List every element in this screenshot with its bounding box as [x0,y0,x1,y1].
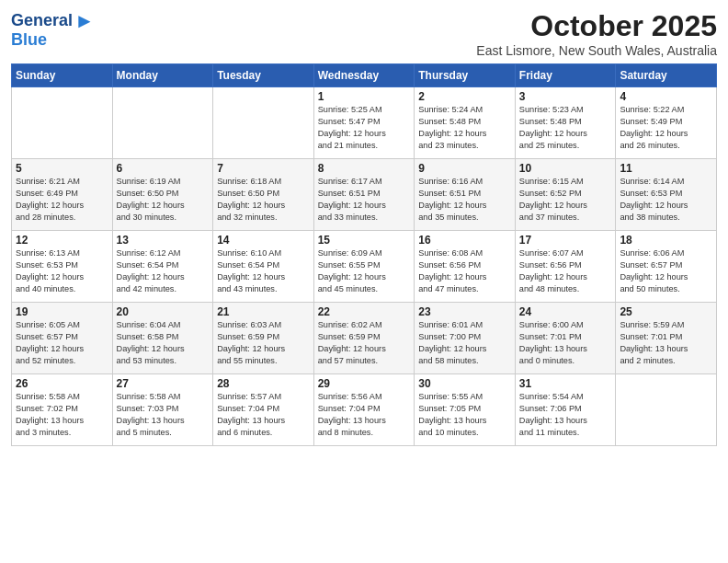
day-info: Sunrise: 6:21 AMSunset: 6:49 PMDaylight:… [16,176,108,224]
month-title: October 2025 [476,9,717,43]
calendar-week-5: 26Sunrise: 5:58 AMSunset: 7:02 PMDayligh… [12,374,717,446]
calendar-table: Sunday Monday Tuesday Wednesday Thursday… [11,63,717,446]
table-row: 20Sunrise: 6:04 AMSunset: 6:58 PMDayligh… [112,303,213,374]
table-row: 19Sunrise: 6:05 AMSunset: 6:57 PMDayligh… [12,303,113,374]
table-row: 21Sunrise: 6:03 AMSunset: 6:59 PMDayligh… [213,303,314,374]
day-number: 31 [519,377,612,390]
day-number: 21 [217,305,310,318]
day-info: Sunrise: 6:07 AMSunset: 6:56 PMDaylight:… [519,247,612,295]
calendar-week-3: 12Sunrise: 6:13 AMSunset: 6:53 PMDayligh… [12,231,717,303]
day-number: 25 [620,305,712,318]
day-info: Sunrise: 5:23 AMSunset: 5:48 PMDaylight:… [519,104,612,152]
day-number: 3 [519,90,612,103]
day-number: 7 [217,162,310,175]
day-number: 8 [318,162,411,175]
day-info: Sunrise: 5:24 AMSunset: 5:48 PMDaylight:… [418,104,511,152]
table-row: 10Sunrise: 6:15 AMSunset: 6:52 PMDayligh… [515,159,616,231]
day-number: 22 [318,305,411,318]
table-row: 4Sunrise: 5:22 AMSunset: 5:49 PMDaylight… [616,87,717,159]
table-row: 5Sunrise: 6:21 AMSunset: 6:49 PMDaylight… [12,159,113,231]
day-info: Sunrise: 6:01 AMSunset: 7:00 PMDaylight:… [418,319,511,367]
day-info: Sunrise: 5:25 AMSunset: 5:47 PMDaylight:… [318,104,411,152]
day-info: Sunrise: 6:04 AMSunset: 6:58 PMDaylight:… [117,319,210,367]
page-header: General ► Blue October 2025 East Lismore… [11,9,717,58]
table-row: 12Sunrise: 6:13 AMSunset: 6:53 PMDayligh… [12,231,113,303]
table-row: 26Sunrise: 5:58 AMSunset: 7:02 PMDayligh… [12,374,113,446]
day-info: Sunrise: 5:59 AMSunset: 7:01 PMDaylight:… [620,319,712,367]
day-number: 19 [16,305,108,318]
table-row: 22Sunrise: 6:02 AMSunset: 6:59 PMDayligh… [313,303,415,374]
day-number: 2 [418,90,511,103]
day-number: 24 [519,305,612,318]
table-row: 30Sunrise: 5:55 AMSunset: 7:05 PMDayligh… [415,374,516,446]
col-thursday: Thursday [415,64,516,87]
day-number: 20 [117,305,210,318]
day-number: 23 [418,305,511,318]
day-info: Sunrise: 5:57 AMSunset: 7:04 PMDaylight:… [217,391,310,439]
table-row: 11Sunrise: 6:14 AMSunset: 6:53 PMDayligh… [616,159,717,231]
table-row: 17Sunrise: 6:07 AMSunset: 6:56 PMDayligh… [515,231,616,303]
day-info: Sunrise: 6:00 AMSunset: 7:01 PMDaylight:… [519,319,612,367]
day-number: 9 [418,162,511,175]
day-info: Sunrise: 6:09 AMSunset: 6:55 PMDaylight:… [318,247,411,295]
table-row: 27Sunrise: 5:58 AMSunset: 7:03 PMDayligh… [112,374,213,446]
day-info: Sunrise: 6:19 AMSunset: 6:50 PMDaylight:… [117,176,210,224]
day-info: Sunrise: 6:13 AMSunset: 6:53 PMDaylight:… [16,247,108,295]
day-info: Sunrise: 6:10 AMSunset: 6:54 PMDaylight:… [217,247,310,295]
title-block: October 2025 East Lismore, New South Wal… [476,9,717,58]
table-row: 24Sunrise: 6:00 AMSunset: 7:01 PMDayligh… [515,303,616,374]
logo-blue: Blue [11,31,47,50]
calendar-header-row: Sunday Monday Tuesday Wednesday Thursday… [12,64,717,87]
day-number: 4 [620,90,712,103]
col-saturday: Saturday [616,64,717,87]
day-number: 26 [16,377,108,390]
table-row: 14Sunrise: 6:10 AMSunset: 6:54 PMDayligh… [213,231,314,303]
table-row: 28Sunrise: 5:57 AMSunset: 7:04 PMDayligh… [213,374,314,446]
table-row: 16Sunrise: 6:08 AMSunset: 6:56 PMDayligh… [415,231,516,303]
col-sunday: Sunday [12,64,113,87]
day-number: 16 [418,234,511,247]
table-row: 8Sunrise: 6:17 AMSunset: 6:51 PMDaylight… [313,159,415,231]
day-info: Sunrise: 5:58 AMSunset: 7:02 PMDaylight:… [16,391,108,439]
col-tuesday: Tuesday [213,64,314,87]
table-row: 31Sunrise: 5:54 AMSunset: 7:06 PMDayligh… [515,374,616,446]
table-row: 15Sunrise: 6:09 AMSunset: 6:55 PMDayligh… [313,231,415,303]
table-row: 13Sunrise: 6:12 AMSunset: 6:54 PMDayligh… [112,231,213,303]
day-number: 28 [217,377,310,390]
day-number: 12 [16,234,108,247]
col-wednesday: Wednesday [313,64,415,87]
table-row [616,374,717,446]
day-number: 5 [16,162,108,175]
day-info: Sunrise: 5:55 AMSunset: 7:05 PMDaylight:… [418,391,511,439]
day-info: Sunrise: 5:54 AMSunset: 7:06 PMDaylight:… [519,391,612,439]
calendar-week-2: 5Sunrise: 6:21 AMSunset: 6:49 PMDaylight… [12,159,717,231]
day-number: 27 [117,377,210,390]
table-row: 25Sunrise: 5:59 AMSunset: 7:01 PMDayligh… [616,303,717,374]
day-info: Sunrise: 6:16 AMSunset: 6:51 PMDaylight:… [418,176,511,224]
table-row: 3Sunrise: 5:23 AMSunset: 5:48 PMDaylight… [515,87,616,159]
day-number: 17 [519,234,612,247]
logo-general: General [11,12,73,30]
col-friday: Friday [515,64,616,87]
table-row [12,87,113,159]
day-info: Sunrise: 6:17 AMSunset: 6:51 PMDaylight:… [318,176,411,224]
day-number: 14 [217,234,310,247]
col-monday: Monday [112,64,213,87]
table-row: 9Sunrise: 6:16 AMSunset: 6:51 PMDaylight… [415,159,516,231]
table-row: 29Sunrise: 5:56 AMSunset: 7:04 PMDayligh… [313,374,415,446]
day-info: Sunrise: 6:08 AMSunset: 6:56 PMDaylight:… [418,247,511,295]
logo-arrow-icon: ► [74,9,95,33]
table-row [112,87,213,159]
table-row [213,87,314,159]
day-number: 13 [117,234,210,247]
day-info: Sunrise: 5:22 AMSunset: 5:49 PMDaylight:… [620,104,712,152]
day-info: Sunrise: 6:14 AMSunset: 6:53 PMDaylight:… [620,176,712,224]
day-number: 1 [318,90,411,103]
day-number: 6 [117,162,210,175]
day-info: Sunrise: 6:02 AMSunset: 6:59 PMDaylight:… [318,319,411,367]
logo: General ► Blue [11,9,95,50]
day-number: 10 [519,162,612,175]
day-number: 15 [318,234,411,247]
calendar-week-1: 1Sunrise: 5:25 AMSunset: 5:47 PMDaylight… [12,87,717,159]
table-row: 7Sunrise: 6:18 AMSunset: 6:50 PMDaylight… [213,159,314,231]
